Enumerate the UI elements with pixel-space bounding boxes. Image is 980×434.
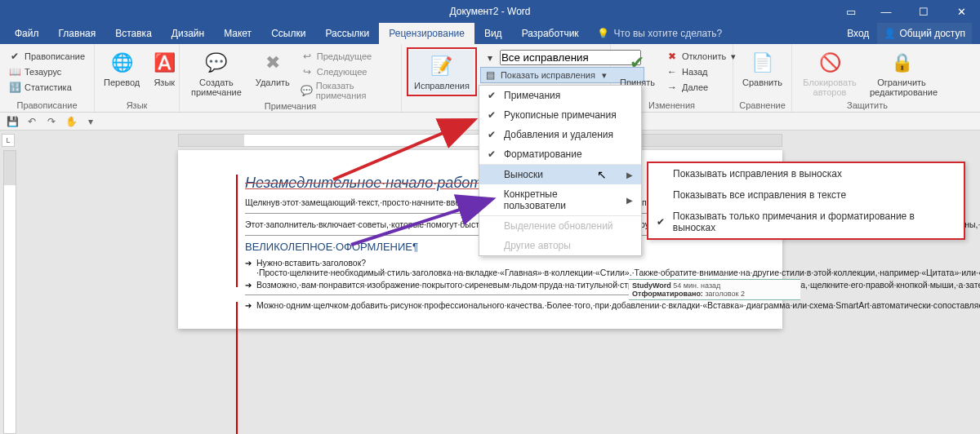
block-icon: 🚫 [817, 50, 843, 76]
delete-comment-icon: ✖ [260, 50, 286, 76]
mi-people[interactable]: Конкретные пользователи▶ [479, 184, 641, 215]
rev-action: Отформатировано: [632, 290, 703, 298]
mi-label: Показывать только примечания и форматиро… [673, 210, 956, 233]
signin-link[interactable]: Вход [847, 28, 869, 39]
thesaurus-button[interactable]: 📖Тезаурус [5, 64, 88, 79]
word-count-button[interactable]: 🔢Статистика [5, 80, 88, 95]
tab-references[interactable]: Ссылки [261, 23, 315, 44]
restrict-editing-button[interactable]: 🔒Ограничить редактирование [866, 47, 938, 100]
group-comments-label: Примечания [180, 101, 401, 113]
translate-label: Перевод [104, 78, 140, 87]
sm-show-in-balloons[interactable]: Показывать исправления в выносках [648, 163, 964, 184]
spelling-label: Правописание [24, 51, 85, 61]
prev-change-label: Назад [682, 67, 708, 77]
mi-formatting[interactable]: ✔Форматирование [479, 144, 641, 164]
qat-touch[interactable]: ✋ [62, 114, 80, 129]
globe-icon: 🌐 [109, 50, 135, 76]
tell-me[interactable]: 💡 Что вы хотите сделать? [589, 23, 731, 44]
titlebar: Документ2 - Word ▭ — ☐ ✕ [0, 0, 980, 23]
qat-more[interactable]: ▾ [82, 114, 100, 129]
revision-balloon[interactable]: StudyWord 54 мин. назад Отформатировано:… [629, 279, 800, 300]
tab-file[interactable]: Файл [5, 23, 49, 44]
change-bar [236, 302, 238, 434]
reject-button[interactable]: ✖Отклонить▾ [662, 49, 739, 64]
stats-label: Статистика [24, 82, 72, 92]
show-comments-label: Показать примечания [316, 81, 393, 100]
spelling-button[interactable]: ✔Правописание [5, 49, 88, 64]
delete-comment-label: Удалить [256, 78, 290, 87]
mi-other-authors: Другие авторы [479, 236, 641, 255]
chevron-right-icon: ▶ [626, 196, 633, 205]
chevron-down-icon: ▾ [602, 70, 607, 81]
sm-comments-only[interactable]: ✔Показывать только примечания и форматир… [648, 206, 964, 238]
ribbon-options-icon[interactable]: ▭ [835, 0, 867, 23]
mi-balloons[interactable]: Выноски▶↖ [479, 164, 641, 184]
abc-check-icon: ✔ [8, 50, 21, 63]
show-markup-label: Показать исправления [501, 70, 595, 80]
qat-undo[interactable]: ↶ [23, 114, 41, 129]
tab-review[interactable]: Рецензирование [379, 23, 474, 44]
mi-label: Выделение обновлений [504, 220, 613, 232]
sm-show-inline[interactable]: Показывать все исправления в тексте [648, 184, 964, 206]
mi-label: Показывать все исправления в тексте [673, 189, 846, 201]
share-label: Общий доступ [899, 28, 965, 39]
tab-design[interactable]: Дизайн [162, 23, 214, 44]
person-icon: 👤 [884, 28, 896, 39]
accept-icon: ✔ [624, 50, 650, 76]
tab-developer[interactable]: Разработчик [512, 23, 589, 44]
accept-button[interactable]: ✔Принять [616, 47, 659, 90]
close-button[interactable]: ✕ [942, 0, 980, 23]
translate-button[interactable]: 🌐Перевод [100, 47, 144, 90]
tell-me-label: Что вы хотите сделать? [614, 28, 723, 39]
minimize-button[interactable]: — [867, 0, 905, 23]
vertical-ruler[interactable] [3, 150, 16, 434]
list-icon: ▤ [484, 69, 497, 82]
compare-icon: 📄 [750, 50, 776, 76]
next-comment-button[interactable]: ↪Следующее [297, 64, 396, 79]
window-title: Документ2 - Word [449, 6, 530, 17]
tab-mailings[interactable]: Рассылки [315, 23, 379, 44]
prev-comment-label: Предыдущее [317, 51, 372, 61]
mi-label: Конкретные пользователи [504, 188, 620, 211]
next-icon: ↪ [301, 65, 314, 78]
mi-insertions[interactable]: ✔Добавления и удаления [479, 125, 641, 144]
compare-button[interactable]: 📄Сравнить [738, 47, 786, 90]
arrow-bullet-icon: ➔ [245, 281, 252, 290]
group-compare-label: Сравнение [733, 100, 791, 112]
prev-change-button[interactable]: ←Назад [662, 64, 739, 79]
tab-home[interactable]: Главная [49, 23, 106, 44]
tab-layout[interactable]: Макет [214, 23, 261, 44]
next-change-label: Далее [682, 82, 708, 92]
mi-comments[interactable]: ✔Примечания [479, 86, 641, 105]
delete-comment-button[interactable]: ✖Удалить [252, 47, 294, 90]
group-protect-label: Защитить [792, 100, 942, 112]
rev-author: StudyWord [632, 281, 671, 290]
qat-save[interactable]: 💾 [3, 114, 21, 129]
track-changes-icon: 📝 [429, 53, 455, 79]
next-comment-label: Следующее [317, 67, 368, 77]
mi-highlight-updates: Выделение обновлений [479, 215, 641, 236]
book-icon: 📖 [8, 65, 21, 78]
share-button[interactable]: 👤 Общий доступ [877, 23, 972, 44]
track-changes-button[interactable]: 📝 Исправления [410, 51, 474, 93]
check-icon: ✔ [486, 148, 497, 160]
maximize-button[interactable]: ☐ [905, 0, 942, 23]
language-button[interactable]: 🅰️Язык [147, 47, 181, 90]
check-icon: ✔ [655, 216, 666, 228]
prev-comment-button[interactable]: ↩Предыдущее [297, 49, 396, 64]
new-comment-button[interactable]: 💬Создать примечание [185, 47, 248, 100]
mi-label: Примечания [504, 90, 560, 101]
mi-label: Выноски [504, 169, 543, 180]
next-change-button[interactable]: →Далее [662, 80, 739, 95]
doc-bullet: ➔Можно·одним·щелчком·добавить·рисунок·пр… [245, 300, 724, 310]
tab-insert[interactable]: Вставка [105, 23, 162, 44]
thesaurus-label: Тезаурус [24, 67, 61, 77]
show-comments-button[interactable]: 💬Показать примечания [297, 80, 396, 101]
mi-label: Показывать исправления в выносках [673, 168, 842, 179]
mi-ink[interactable]: ✔Рукописные примечания [479, 105, 641, 125]
ruler-corner[interactable]: L [2, 134, 15, 147]
arrow-bullet-icon: ➔ [245, 301, 252, 310]
new-comment-icon: 💬 [203, 50, 229, 76]
tab-view[interactable]: Вид [474, 23, 512, 44]
qat-redo[interactable]: ↷ [42, 114, 60, 129]
